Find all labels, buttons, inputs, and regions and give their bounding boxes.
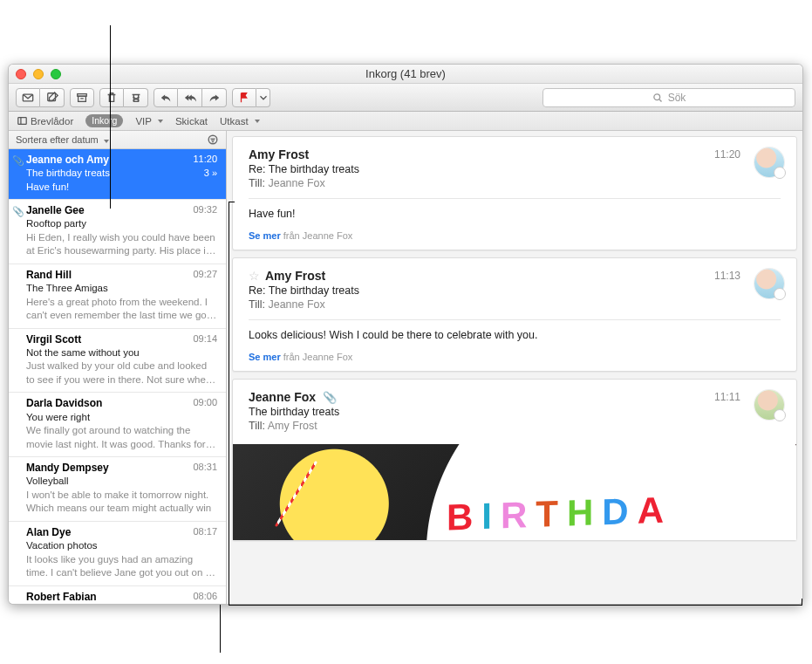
conversation-pane[interactable]: Amy Frost11:20Re: The birthday treatsTil… — [227, 131, 802, 604]
window-minimize-button[interactable] — [33, 69, 44, 79]
to-label: Till: — [249, 420, 265, 432]
filter-icon[interactable] — [207, 133, 219, 146]
sender-avatar[interactable] — [754, 147, 784, 177]
message-from: Rand Hill — [26, 268, 72, 282]
conversation-body: Have fun! — [249, 208, 781, 220]
archive-button[interactable] — [70, 88, 94, 107]
compose-button[interactable] — [40, 88, 65, 107]
conversation-to: Jeanne Fox — [268, 298, 324, 311]
attachment-icon: 📎 — [12, 154, 24, 168]
window-close-button[interactable] — [16, 69, 26, 79]
sort-menu[interactable]: Sortera efter datum — [16, 134, 109, 145]
message-time: 09:14 — [193, 332, 217, 346]
message-row[interactable]: Robert Fabian08:06Lost and foundHi every… — [9, 586, 226, 604]
message-row[interactable]: Virgil Scott09:14Not the same without yo… — [9, 329, 226, 394]
message-row[interactable]: Darla Davidson09:00You were rightWe fina… — [9, 393, 226, 457]
conversation-sender: Jeanne Fox — [249, 390, 316, 404]
conversation-to: Jeanne Fox — [268, 177, 324, 189]
window-zoom-button[interactable] — [51, 69, 61, 79]
message-subject: Rooftop party — [26, 217, 86, 231]
message-from: Robert Fabian — [26, 590, 97, 604]
message-subject: Volleyball — [26, 475, 69, 489]
conversation-subject: The birthday treats — [249, 406, 781, 418]
delete-button[interactable] — [99, 88, 124, 107]
fav-drafts[interactable]: Utkast — [220, 116, 260, 127]
conversation-subject: Re: The birthday treats — [249, 163, 781, 175]
message-time: 11:20 — [193, 153, 217, 167]
conversation-time: 11:11 — [714, 391, 740, 403]
conversation-message[interactable]: ☆Amy Frost11:13Re: The birthday treatsTi… — [232, 257, 797, 372]
star-icon[interactable]: ☆ — [249, 269, 260, 283]
reply-all-button[interactable] — [178, 88, 202, 107]
get-mail-button[interactable] — [16, 88, 40, 107]
sort-bar: Sortera efter datum — [9, 131, 226, 149]
message-list[interactable]: 📎Jeanne och Amy11:20The birthday treats3… — [9, 149, 226, 604]
message-from: Darla Davidson — [26, 396, 102, 410]
conversation-subject: Re: The birthday treats — [249, 284, 781, 297]
toolbar: Sök — [9, 84, 802, 112]
sender-avatar[interactable] — [754, 269, 784, 298]
message-list-pane: Sortera efter datum 📎Jeanne och Amy11:20… — [9, 131, 227, 604]
fav-vip[interactable]: VIP — [135, 116, 163, 127]
message-preview: We finally got around to watching the mo… — [26, 424, 217, 451]
message-subject: The Three Amigas — [26, 282, 108, 296]
message-row[interactable]: Mandy Dempsey08:31VolleyballI won't be a… — [9, 457, 226, 522]
see-more-link[interactable]: Se mer — [249, 352, 281, 362]
message-row[interactable]: Alan Dye08:17Vacation photosIt looks lik… — [9, 522, 226, 586]
flag-icon — [238, 92, 250, 104]
junk-icon — [130, 92, 142, 104]
flag-menu-button[interactable] — [256, 88, 270, 107]
sender-avatar[interactable] — [754, 390, 784, 420]
mail-window: Inkorg (41 brev) — [8, 64, 803, 605]
svg-point-4 — [654, 93, 660, 99]
message-preview: Hi Eden, I really wish you could have be… — [26, 231, 217, 258]
conversation-message[interactable]: Jeanne Fox📎11:11The birthday treatsTill:… — [232, 379, 797, 541]
search-placeholder: Sök — [668, 92, 686, 104]
message-from: Jeanne och Amy — [26, 153, 109, 167]
message-subject: You were right — [26, 411, 90, 425]
message-time: 09:00 — [193, 396, 217, 410]
message-subject: Vacation photos — [26, 539, 98, 553]
fav-sent[interactable]: Skickat — [175, 116, 208, 127]
envelope-icon — [22, 92, 34, 104]
see-more-rest: från Jeanne Fox — [283, 230, 353, 241]
forward-button[interactable] — [202, 88, 227, 107]
fav-mailboxes[interactable]: Brevlådor — [17, 116, 73, 127]
callout-bracket-top — [229, 202, 235, 202]
search-field[interactable]: Sök — [542, 88, 795, 107]
fav-inbox[interactable]: Inkorg — [85, 114, 123, 127]
message-time: 09:32 — [193, 203, 217, 217]
forward-icon — [208, 92, 221, 104]
see-more-rest: från Jeanne Fox — [283, 352, 353, 362]
attachment-icon: 📎 — [12, 205, 24, 218]
message-row[interactable]: 📎Jeanne och Amy11:20The birthday treats3… — [9, 149, 226, 200]
callout-bracket-right — [802, 599, 802, 605]
svg-rect-5 — [18, 118, 26, 125]
message-preview: Here's a great photo from the weekend. I… — [26, 296, 217, 323]
message-time: 08:31 — [193, 461, 217, 475]
favorites-bar: Brevlådor Inkorg VIP Skickat Utkast — [9, 112, 802, 131]
message-from: Alan Dye — [26, 525, 71, 539]
message-subject: Not the same without you — [26, 346, 140, 360]
attachment-icon: 📎 — [323, 391, 337, 404]
callout-bracket-left — [229, 202, 229, 605]
junk-button[interactable] — [124, 88, 148, 107]
conversation-time: 11:13 — [714, 270, 740, 282]
message-row[interactable]: Rand Hill09:27The Three AmigasHere's a g… — [9, 264, 226, 329]
reply-all-icon — [184, 92, 196, 104]
see-more-link[interactable]: Se mer — [249, 230, 281, 241]
message-row[interactable]: 📎Janelle Gee09:32Rooftop partyHi Eden, I… — [9, 200, 226, 264]
flag-button[interactable] — [232, 88, 256, 107]
message-preview: I won't be able to make it tomorrow nigh… — [26, 489, 217, 516]
conversation-message[interactable]: Amy Frost11:20Re: The birthday treatsTil… — [232, 136, 797, 250]
message-preview: Have fun! — [26, 181, 217, 195]
message-from: Mandy Dempsey — [26, 461, 109, 475]
message-preview: It looks like you guys had an amazing ti… — [26, 553, 217, 580]
message-subject: The birthday treats — [26, 167, 110, 181]
svg-point-7 — [208, 135, 217, 144]
archive-icon — [76, 92, 88, 104]
to-label: Till: — [249, 298, 265, 311]
callout-line-bottom — [220, 605, 221, 653]
message-time: 09:27 — [193, 268, 217, 282]
reply-button[interactable] — [154, 88, 178, 107]
